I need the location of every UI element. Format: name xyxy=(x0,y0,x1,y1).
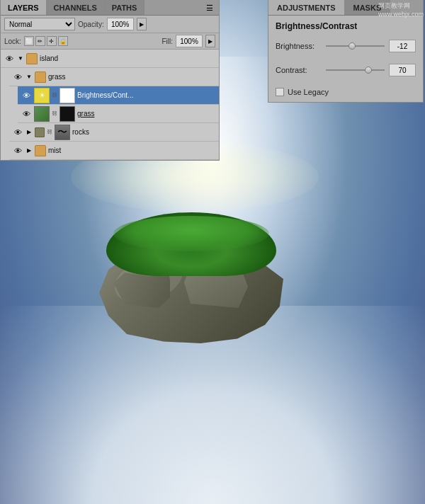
blend-mode-row: Normal Opacity: ▶ xyxy=(1,16,219,33)
tab-channels[interactable]: CHANNELS xyxy=(47,0,105,15)
layer-chain-grass: ⛓ xyxy=(52,110,57,117)
tab-adjustments-label: ADJUSTMENTS xyxy=(277,4,336,12)
layer-chain-brightness: ⛓ xyxy=(52,92,57,98)
tab-layers[interactable]: LAYERS xyxy=(1,0,47,15)
tab-paths[interactable]: PATHS xyxy=(105,0,145,15)
layer-thumb-brightness: ☀ xyxy=(34,88,50,103)
layers-list: 👁 ▼ island 👁 ▼ grass 👁 ☀ ⛓ Brightness/Co… xyxy=(1,50,219,160)
contrast-row: Contrast: 70 xyxy=(276,64,416,76)
layer-eye-mist[interactable]: 👁 xyxy=(12,145,23,156)
layer-mask-brightness xyxy=(60,88,75,103)
lock-row: Lock: ⬜ ✏ ✛ 🔒 Fill: ▶ xyxy=(1,33,219,50)
tab-layers-label: LAYERS xyxy=(8,4,39,12)
layer-name-grass-folder: grass xyxy=(48,73,216,81)
layer-mask-rocks: 〜 xyxy=(55,125,70,140)
brightness-thumb[interactable] xyxy=(348,42,356,50)
layer-chain-rocks: ⛓ xyxy=(47,129,52,135)
blend-mode-select[interactable]: Normal xyxy=(4,18,75,30)
layer-expand-grass-folder[interactable]: ▼ xyxy=(26,74,33,81)
adjustments-title: Brightness/Contrast xyxy=(276,21,416,31)
layer-eye-brightness[interactable]: 👁 xyxy=(21,90,32,101)
layer-thumb-rocks xyxy=(35,127,45,137)
island-grass xyxy=(106,212,276,276)
lock-image-button[interactable]: ✏ xyxy=(35,36,45,46)
use-legacy-row: Use Legacy xyxy=(276,88,416,96)
adjustments-body: Brightness/Contrast Brightness: -12 Cont… xyxy=(268,16,423,102)
tab-masks-label: MASKS xyxy=(353,4,382,12)
layer-item-mist[interactable]: 👁 ▶ mist xyxy=(9,142,219,160)
tab-adjustments[interactable]: ADJUSTMENTS xyxy=(268,0,345,15)
brightness-label: Brightness: xyxy=(276,42,322,50)
watermark: 网页教学网www.webjx.com xyxy=(378,1,424,18)
opacity-input[interactable] xyxy=(107,18,134,30)
layer-folder-mist xyxy=(35,145,46,156)
layer-item-rocks[interactable]: 👁 ▶ ⛓ 〜 rocks xyxy=(9,123,219,142)
layer-folder-island xyxy=(26,53,38,64)
brightness-value[interactable]: -12 xyxy=(389,40,416,52)
tab-paths-label: PATHS xyxy=(112,4,137,12)
layer-name-island: island xyxy=(40,55,216,62)
fill-arrow-button[interactable]: ▶ xyxy=(205,35,215,47)
layer-name-rocks: rocks xyxy=(72,128,216,136)
fill-label: Fill: xyxy=(162,38,173,45)
contrast-value[interactable]: 70 xyxy=(389,64,416,76)
layer-name-mist: mist xyxy=(48,147,216,154)
layers-panel: LAYERS CHANNELS PATHS ☰ Normal Opacity: … xyxy=(0,0,220,161)
contrast-label: Contrast: xyxy=(276,66,322,74)
layer-eye-rocks[interactable]: 👁 xyxy=(12,127,23,138)
lock-icons: ⬜ ✏ ✛ 🔒 xyxy=(24,36,68,46)
layer-name-brightness: Brightness/Cont... xyxy=(77,91,216,99)
brightness-row: Brightness: -12 xyxy=(276,40,416,52)
lock-transparent-button[interactable]: ⬜ xyxy=(24,36,34,46)
use-legacy-checkbox[interactable] xyxy=(276,88,284,96)
layers-panel-tabs: LAYERS CHANNELS PATHS ☰ xyxy=(1,0,219,16)
lock-label: Lock: xyxy=(4,38,21,45)
layer-folder-grass xyxy=(35,71,46,83)
layer-item-island[interactable]: 👁 ▼ island xyxy=(1,50,219,68)
lock-position-button[interactable]: ✛ xyxy=(47,36,57,46)
contrast-track xyxy=(326,69,385,71)
layer-item-grass-folder[interactable]: 👁 ▼ grass xyxy=(9,68,219,86)
layer-thumb-grass xyxy=(34,106,50,122)
brightness-slider[interactable] xyxy=(326,41,385,51)
layer-eye-island[interactable]: 👁 xyxy=(4,53,15,64)
floating-island xyxy=(92,212,290,375)
layer-name-grass: grass xyxy=(77,110,216,118)
opacity-label: Opacity: xyxy=(78,21,104,28)
layer-item-brightness[interactable]: 👁 ☀ ⛓ Brightness/Cont... xyxy=(18,86,219,105)
panels-container: LAYERS CHANNELS PATHS ☰ Normal Opacity: … xyxy=(0,0,425,161)
contrast-thumb[interactable] xyxy=(365,67,372,74)
use-legacy-label: Use Legacy xyxy=(288,88,329,96)
layer-mask-grass xyxy=(60,106,75,122)
layer-expand-mist[interactable]: ▶ xyxy=(26,147,33,154)
contrast-slider[interactable] xyxy=(326,65,385,75)
layer-item-grass-layer[interactable]: 👁 ⛓ grass xyxy=(18,105,219,123)
opacity-arrow-button[interactable]: ▶ xyxy=(137,18,147,30)
fill-input[interactable] xyxy=(176,35,203,47)
layer-eye-grass-folder[interactable]: 👁 xyxy=(12,71,23,83)
tab-channels-label: CHANNELS xyxy=(54,4,97,12)
layer-eye-grass-layer[interactable]: 👁 xyxy=(21,108,32,120)
layer-expand-rocks[interactable]: ▶ xyxy=(26,129,33,136)
lock-all-button[interactable]: 🔒 xyxy=(58,36,68,46)
layer-expand-island[interactable]: ▼ xyxy=(17,55,24,62)
layers-panel-menu-button[interactable]: ☰ xyxy=(204,2,215,13)
